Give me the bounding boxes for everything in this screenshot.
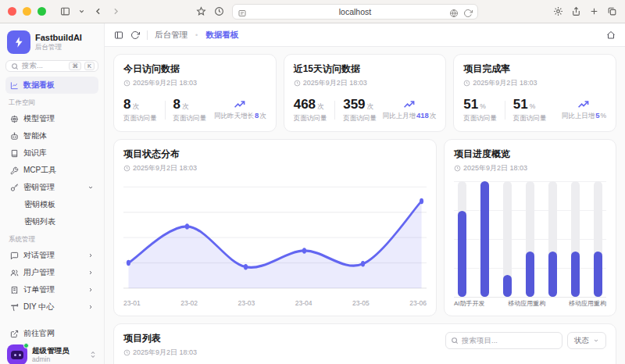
table-timestamp: 2025年9月2日 18:03 [133, 348, 197, 358]
back-button[interactable] [93, 6, 103, 16]
data-point[interactable] [127, 260, 130, 266]
sidebar-item-diy[interactable]: DIY 中心 [5, 298, 98, 316]
data-point[interactable] [244, 264, 248, 269]
share-icon[interactable] [571, 6, 581, 16]
bar-chart-card: 项目进度概览 2025年9月2日 18:03 AI助手开发 移动应用重构 移动应… [444, 139, 616, 316]
clock-icon [123, 349, 130, 356]
collapse-sidebar-icon[interactable] [114, 30, 123, 40]
stat-card-today-visits: 今日访问数据 2025年9月2日 18:03 8次 页面访问量 8次 页面访问量 [113, 54, 277, 132]
search-icon [11, 62, 19, 70]
browser-sidebar-icon[interactable] [60, 6, 70, 16]
chart-timestamp: 2025年9月2日 18:03 [463, 163, 527, 173]
status-filter-dropdown[interactable]: 状态 [567, 332, 606, 349]
translate-icon[interactable] [449, 7, 459, 21]
card-timestamp: 2025年9月2日 18:03 [133, 78, 197, 88]
maximize-window-button[interactable] [38, 7, 46, 16]
trend-up-icon [403, 100, 416, 109]
bar[interactable] [594, 181, 602, 297]
section-workspace: 工作空间 [5, 94, 98, 110]
sidebar-item-dashboard[interactable]: 数据看板 [5, 77, 98, 94]
brand: FastbuildAI 后台管理 [5, 29, 98, 60]
stat-card-completion-rate: 项目完成率 2025年9月2日 18:03 51% 页面访问量 51% 页面访问… [453, 54, 616, 132]
reader-icon[interactable] [238, 7, 247, 21]
stat-block: 468次 页面访问量 [294, 97, 327, 123]
breadcrumb-current[interactable]: 数据看板 [205, 30, 238, 41]
bar[interactable] [526, 181, 534, 297]
project-list-card: 项目列表 2025年9月2日 18:03 搜索项目... 状态 [113, 323, 616, 364]
data-point[interactable] [185, 223, 189, 229]
trend-indicator: 同比上月增418次 [382, 100, 436, 121]
trend-indicator: 同比上日增5% [562, 100, 606, 121]
card-timestamp: 2025年9月2日 18:03 [473, 78, 537, 88]
trend-indicator: 同比昨天增长8次 [214, 100, 266, 121]
sidebar-item-keys[interactable]: 密钥管理 [5, 179, 98, 196]
chevron-right-icon [88, 286, 94, 294]
user-role: admin [32, 355, 70, 363]
x-tick-label: 23-02 [180, 299, 198, 307]
settings-gear-icon[interactable] [553, 6, 563, 16]
project-search-placeholder: 搜索项目... [462, 336, 498, 346]
x-tick-label: 23-03 [238, 299, 255, 307]
data-point[interactable] [361, 261, 365, 266]
brand-title: FastbuildAI [35, 33, 82, 42]
sidebar-item-knowledge[interactable]: 知识库 [5, 145, 98, 162]
sidebar-item-orders[interactable]: 订单管理 [5, 281, 98, 298]
sidebar-item-website[interactable]: 前往官网 [5, 325, 98, 342]
home-icon[interactable] [606, 30, 616, 40]
external-link-icon [10, 330, 19, 338]
bar[interactable] [571, 181, 580, 297]
window-controls[interactable] [8, 7, 46, 16]
chevron-down-icon [88, 184, 94, 192]
chevron-down-icon [593, 337, 599, 344]
chevron-right-icon [88, 269, 94, 277]
tab-overview-icon[interactable] [607, 6, 617, 16]
address-bar[interactable]: localhost [232, 4, 478, 20]
close-window-button[interactable] [8, 7, 16, 16]
new-tab-plus-icon[interactable] [589, 6, 599, 16]
data-point[interactable] [420, 198, 423, 204]
clock-icon [463, 80, 470, 87]
url-text: localhost [339, 7, 371, 16]
sidebar-chevron-icon[interactable] [78, 8, 85, 15]
card-title: 近15天访问数据 [294, 62, 437, 76]
sidebar-item-model[interactable]: 模型管理 [5, 110, 98, 127]
breadcrumb-root[interactable]: 后台管理 [155, 30, 188, 41]
sidebar-item-mcp[interactable]: MCP工具 [5, 162, 98, 179]
chevron-right-icon [88, 303, 94, 312]
x-tick-label: 23-04 [295, 299, 312, 307]
bookmark-star-icon[interactable] [196, 6, 206, 16]
x-tick-label: 23-05 [352, 299, 370, 307]
minimize-window-button[interactable] [23, 7, 31, 16]
sidebar-item-users[interactable]: 用户管理 [5, 264, 98, 281]
sidebar-item-agent[interactable]: 智能体 [5, 127, 98, 145]
forward-button[interactable] [111, 6, 121, 16]
user-menu[interactable]: 超级管理员 admin [5, 342, 98, 364]
line-chart: 23-0123-0223-0323-0423-0523-06 [123, 181, 427, 307]
trend-up-icon [577, 100, 590, 109]
reload-icon[interactable] [463, 7, 473, 21]
sidebar-item-key-template[interactable]: 密钥模板 [5, 196, 98, 213]
refresh-icon[interactable] [130, 30, 140, 40]
sidebar-item-chat[interactable]: 对话管理 [5, 247, 98, 264]
project-search-input[interactable]: 搜索项目... [445, 332, 562, 349]
history-clock-icon[interactable] [214, 6, 224, 16]
bar[interactable] [503, 181, 512, 297]
bar[interactable] [480, 181, 489, 297]
sidebar-search-input[interactable]: 搜索... ⌘ K [5, 60, 98, 72]
users-icon [10, 269, 19, 277]
bar[interactable] [458, 181, 466, 297]
data-point[interactable] [302, 248, 306, 253]
clock-icon [123, 80, 130, 87]
section-system: 系统管理 [5, 230, 98, 247]
bar[interactable] [548, 181, 557, 297]
dashboard-content: 今日访问数据 2025年9月2日 18:03 8次 页面访问量 8次 页面访问量 [105, 47, 625, 364]
sidebar-item-key-list[interactable]: 密钥列表 [5, 213, 98, 230]
sidebar: FastbuildAI 后台管理 搜索... ⌘ K 数据看板 工作空间 模型管… [0, 23, 105, 364]
wrench-icon [10, 166, 19, 175]
x-axis-labels: 23-0123-0223-0323-0423-0523-06 [123, 299, 427, 307]
brand-subtitle: 后台管理 [35, 43, 82, 52]
table-title: 项目列表 [123, 332, 197, 345]
chat-icon [10, 252, 19, 260]
chart-line-icon [10, 81, 19, 90]
main-topbar: 后台管理 • 数据看板 [105, 23, 625, 47]
